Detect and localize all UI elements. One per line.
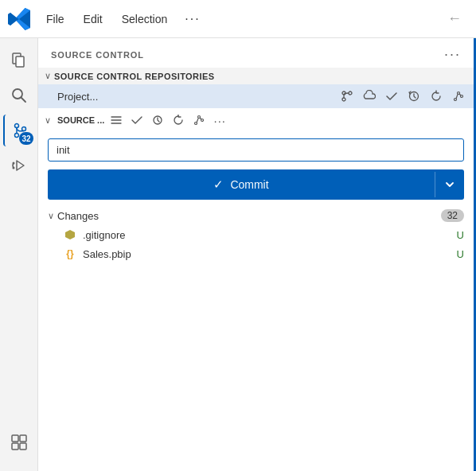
gitignore-file-icon (64, 228, 76, 241)
edit-menu[interactable]: Edit (76, 10, 111, 29)
gitignore-filename: .gitignore (83, 229, 451, 241)
pbip-status: U (457, 248, 464, 260)
activity-bar: 32 (0, 38, 38, 471)
svg-point-6 (21, 127, 25, 131)
svg-marker-32 (65, 230, 75, 239)
svg-rect-13 (20, 443, 26, 450)
commit-dropdown-button[interactable] (435, 172, 464, 197)
commit-button[interactable]: ✓ Commit (48, 169, 464, 200)
graph-icon[interactable] (450, 88, 467, 105)
source-history-icon[interactable] (149, 111, 166, 129)
changes-title: Changes (57, 210, 441, 222)
list-item[interactable]: {} Sales.pbip U (38, 244, 474, 263)
source-control-badge: 32 (19, 132, 33, 145)
search-icon[interactable] (3, 80, 35, 111)
repositories-section-title: SOURCE CONTROL REPOSITORIES (54, 72, 467, 81)
repositories-section-header[interactable]: ∨ SOURCE CONTROL REPOSITORIES (38, 68, 474, 84)
commit-button-main[interactable]: ✓ Commit (48, 169, 435, 200)
list-item[interactable]: .gitignore U (38, 225, 474, 244)
pbip-filename: Sales.pbip (83, 248, 451, 260)
source-check-icon[interactable] (128, 111, 146, 129)
check-icon[interactable] (383, 88, 400, 105)
svg-line-31 (200, 118, 201, 119)
vscode-logo (6, 6, 32, 32)
panel-header: SOURCE CONTROL ··· (38, 38, 474, 68)
svg-point-4 (14, 124, 18, 128)
source-refresh-icon[interactable] (170, 111, 187, 129)
source-chevron-icon: ∨ (45, 115, 51, 126)
source-section-header[interactable]: ∨ SOURCE ... (38, 108, 474, 132)
svg-line-21 (456, 95, 458, 99)
menu-bar: File Edit Selection ··· (38, 9, 439, 29)
commit-check-icon: ✓ (213, 177, 224, 192)
main-area: 32 SOURCE CONTROL ··· (0, 38, 476, 471)
history-icon[interactable] (405, 88, 423, 105)
changes-count-badge: 32 (441, 209, 464, 222)
svg-point-16 (342, 98, 345, 101)
source-graph-icon[interactable] (190, 111, 208, 129)
svg-point-5 (14, 134, 18, 138)
run-debug-icon[interactable] (3, 150, 35, 181)
svg-point-8 (12, 162, 14, 165)
side-panel: SOURCE CONTROL ··· ∨ SOURCE CONTROL REPO… (38, 38, 476, 471)
source-section-icons: ··· (107, 111, 467, 129)
svg-line-22 (459, 94, 461, 95)
more-menus[interactable]: ··· (178, 9, 206, 29)
pbip-file-icon: {} (64, 247, 76, 260)
file-menu[interactable]: File (38, 10, 72, 29)
commit-message-input[interactable] (48, 138, 464, 162)
repo-icons (338, 88, 467, 105)
repo-row[interactable]: Project... (38, 84, 474, 108)
chevron-down-icon: ∨ (45, 71, 51, 81)
source-control-icon[interactable]: 32 (3, 115, 35, 146)
refresh-icon[interactable] (427, 88, 445, 105)
svg-line-30 (197, 119, 198, 123)
source-menu-icon[interactable] (107, 111, 125, 129)
commit-btn-wrap: ✓ Commit (38, 165, 474, 206)
panel-title: SOURCE CONTROL (51, 50, 144, 60)
selection-menu[interactable]: Selection (114, 10, 176, 29)
svg-rect-11 (20, 435, 26, 442)
panel-header-icons: ··· (444, 46, 461, 63)
svg-point-9 (12, 167, 14, 169)
panel-more-icon[interactable]: ··· (444, 46, 461, 63)
branch-icon[interactable] (338, 88, 356, 105)
back-button[interactable]: ← (439, 7, 470, 30)
source-section-title: SOURCE ... (57, 115, 104, 125)
svg-rect-10 (12, 435, 18, 442)
extensions-icon[interactable] (3, 426, 35, 458)
file-list: .gitignore U {} Sales.pbip U (38, 225, 474, 471)
gitignore-status: U (457, 229, 464, 241)
title-bar: File Edit Selection ··· ← (0, 0, 476, 38)
changes-chevron-icon: ∨ (48, 211, 54, 221)
source-ellipsis-icon[interactable]: ··· (211, 111, 228, 129)
svg-point-15 (349, 91, 352, 95)
svg-rect-1 (16, 56, 24, 67)
svg-rect-12 (12, 443, 18, 450)
repo-name: Project... (57, 91, 334, 103)
commit-button-label: Commit (230, 178, 268, 191)
commit-input-wrap (38, 132, 474, 165)
changes-section-header[interactable]: ∨ Changes 32 (38, 206, 474, 225)
svg-line-3 (21, 98, 25, 103)
cloud-icon[interactable] (361, 88, 378, 105)
explorer-icon[interactable] (3, 45, 35, 76)
